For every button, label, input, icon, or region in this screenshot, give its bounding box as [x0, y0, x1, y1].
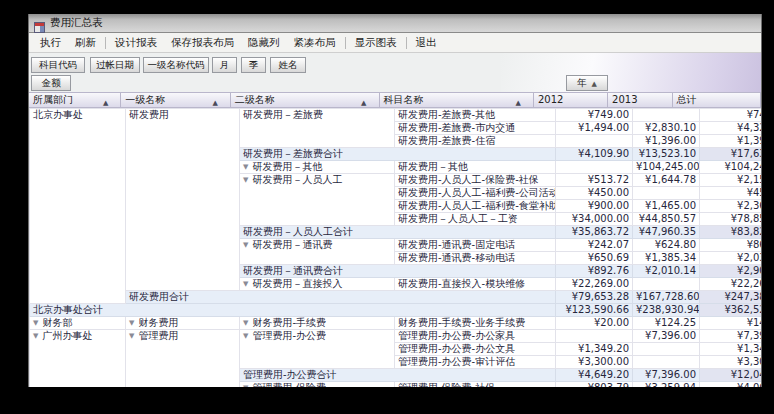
cell-tot[interactable]: ¥247,381.88 — [700, 291, 763, 304]
cell-num[interactable]: ¥3,259.94 — [633, 382, 700, 388]
cell-num[interactable]: ¥1,494.00 — [556, 122, 633, 135]
cell-num[interactable]: ¥79,653.28 — [556, 291, 633, 304]
cell-num[interactable]: ¥1,465.00 — [633, 200, 700, 213]
cell-subj[interactable]: 研发费用-人员人工-保险费-社保 — [395, 174, 556, 187]
column-header-department[interactable]: 所属部门 ▲ — [29, 92, 121, 108]
cell-l2[interactable]: 研发费用－差旅费 — [240, 109, 395, 148]
cell-l2[interactable]: ▼研发费用－其他 — [240, 161, 395, 174]
cell-num[interactable]: ¥124.25 — [633, 317, 700, 330]
cell-num[interactable]: ¥167,728.60 — [633, 291, 700, 304]
cell-num[interactable]: ¥1,644.78 — [633, 174, 700, 187]
collapse-arrow-icon[interactable]: ▼ — [129, 332, 134, 340]
cell-num[interactable] — [633, 356, 700, 369]
cell-num[interactable]: ¥450.00 — [556, 187, 633, 200]
cell-num[interactable]: ¥650.69 — [556, 252, 633, 265]
cell-tot[interactable]: ¥2,365.00 — [700, 200, 763, 213]
cell-num[interactable]: ¥2,830.10 — [633, 122, 700, 135]
cell-num[interactable]: ¥624.80 — [633, 239, 700, 252]
collapse-arrow-icon[interactable]: ▼ — [243, 176, 248, 184]
cell-num[interactable]: ¥22,269.00 — [556, 278, 633, 291]
cell-subj[interactable]: 管理费用-办公费-审计评估 — [395, 356, 556, 369]
cell-num[interactable] — [633, 343, 700, 356]
menu-item-save-report-layout[interactable]: 保存报表布局 — [164, 36, 241, 50]
cell-num[interactable]: ¥35,863.72 — [556, 226, 633, 239]
cell-tot[interactable]: ¥362,521.60 — [700, 304, 763, 317]
cell-subj[interactable]: 管理费用-保险费-社保 — [395, 382, 556, 388]
field-button-amount[interactable]: 金额 — [31, 75, 71, 91]
cell-l1[interactable]: ▼财务费用 — [126, 317, 240, 330]
cell-l2sum[interactable]: 研发费用－通讯费合计 — [240, 265, 556, 278]
collapse-arrow-icon[interactable]: ▼ — [33, 319, 38, 327]
cell-subj[interactable]: 研发费用-通讯费-移动电话 — [395, 252, 556, 265]
cell-subj[interactable]: 研发费用-差旅费-住宿 — [395, 135, 556, 148]
cell-num[interactable] — [633, 187, 700, 200]
cell-l2[interactable]: ▼管理费用-办公费 — [240, 330, 395, 369]
cell-num[interactable]: ¥238,930.94 — [633, 304, 700, 317]
cell-l2[interactable]: ▼研发费用－人员人工 — [240, 174, 395, 226]
collapse-arrow-icon[interactable]: ▼ — [243, 163, 248, 171]
field-button-subject-code[interactable]: 科目代码 — [31, 57, 85, 73]
collapse-arrow-icon[interactable]: ▼ — [243, 241, 248, 249]
menu-item-hide-columns[interactable]: 隐藏列 — [241, 36, 287, 50]
field-button-month[interactable]: 月 — [212, 57, 237, 73]
cell-num[interactable]: ¥1,349.20 — [556, 343, 633, 356]
cell-subj[interactable]: 研发费用-差旅费-市内交通 — [395, 122, 556, 135]
cell-subj[interactable]: 管理费用-办公费-办公家具 — [395, 330, 556, 343]
cell-num[interactable] — [633, 109, 700, 122]
cell-num[interactable]: ¥749.00 — [556, 109, 633, 122]
cell-num[interactable]: ¥513.72 — [556, 174, 633, 187]
menu-item-design-report[interactable]: 设计报表 — [108, 36, 164, 50]
cell-subj[interactable]: 研发费用－人员人工－工资 — [395, 213, 556, 226]
menu-item-execute[interactable]: 执行 — [33, 36, 68, 50]
field-button-quarter[interactable]: 季 — [241, 57, 266, 73]
cell-num[interactable] — [556, 135, 633, 148]
cell-num[interactable]: ¥7,396.00 — [633, 369, 700, 382]
collapse-arrow-icon[interactable]: ▼ — [129, 319, 134, 327]
cell-num[interactable]: ¥44,850.57 — [633, 213, 700, 226]
cell-num[interactable]: ¥900.00 — [556, 200, 633, 213]
cell-tot[interactable]: ¥450.00 — [700, 187, 763, 200]
cell-num[interactable]: ¥34,000.00 — [556, 213, 633, 226]
cell-tot[interactable]: ¥2,158.50 — [700, 174, 763, 187]
cell-num[interactable]: ¥2,010.14 — [633, 265, 700, 278]
cell-subj[interactable]: 研发费用－其他 — [395, 161, 556, 174]
app-icon[interactable] — [34, 18, 45, 29]
cell-num[interactable]: ¥803.79 — [556, 382, 633, 388]
menu-item-show-chart[interactable]: 显示图表 — [348, 36, 404, 50]
menu-item-compact-layout[interactable]: 紧凑布局 — [287, 36, 343, 50]
cell-num[interactable] — [556, 330, 633, 343]
cell-tot[interactable]: ¥104,245.00 — [700, 161, 763, 174]
collapse-arrow-icon[interactable]: ▼ — [243, 384, 248, 387]
cell-dept[interactable]: ▼财务部 — [30, 317, 126, 330]
cell-deptsum[interactable]: 北京办事处合计 — [30, 304, 556, 317]
cell-tot[interactable]: ¥22,269.00 — [700, 278, 763, 291]
column-header-level1-name[interactable]: 一级名称 ▲ — [121, 92, 231, 108]
collapse-arrow-icon[interactable]: ▼ — [243, 319, 248, 327]
cell-tot[interactable]: ¥78,850.57 — [700, 213, 763, 226]
cell-tot[interactable]: ¥3,300.00 — [700, 356, 763, 369]
cell-num[interactable]: ¥4,109.90 — [556, 148, 633, 161]
cell-subj[interactable]: 研发费用-通讯费-固定电话 — [395, 239, 556, 252]
cell-l2sum[interactable]: 管理费用-办公费合计 — [240, 369, 556, 382]
cell-subj[interactable]: 管理费用-办公费-办公文具 — [395, 343, 556, 356]
cell-tot[interactable]: ¥2,902.90 — [700, 265, 763, 278]
cell-tot[interactable]: ¥2,036.03 — [700, 252, 763, 265]
cell-num[interactable]: ¥4,649.20 — [556, 369, 633, 382]
cell-tot[interactable]: ¥7,396.00 — [700, 330, 763, 343]
column-header-2013[interactable]: 2013 — [608, 92, 673, 108]
collapse-arrow-icon[interactable]: ▼ — [243, 332, 248, 340]
cell-tot[interactable]: ¥1,349.20 — [700, 343, 763, 356]
cell-tot[interactable]: ¥4,324.10 — [700, 122, 763, 135]
cell-num[interactable]: ¥123,590.66 — [556, 304, 633, 317]
cell-tot[interactable]: ¥17,633.00 — [700, 148, 763, 161]
cell-l1sum[interactable]: 研发费用合计 — [126, 291, 556, 304]
column-header-2012[interactable]: 2012 — [534, 92, 608, 108]
cell-tot[interactable]: ¥83,824.07 — [700, 226, 763, 239]
cell-num[interactable] — [556, 161, 633, 174]
cell-l2[interactable]: ▼研发费用－直接投入 — [240, 278, 395, 291]
cell-subj[interactable]: 财务费用-手续费-业务手续费 — [395, 317, 556, 330]
cell-tot[interactable]: ¥1,396.00 — [700, 135, 763, 148]
cell-tot[interactable]: ¥12,045.20 — [700, 369, 763, 382]
cell-subj[interactable]: 研发费用-直接投入-模块维修 — [395, 278, 556, 291]
field-button-year[interactable]: 年 ▲ — [566, 75, 608, 91]
